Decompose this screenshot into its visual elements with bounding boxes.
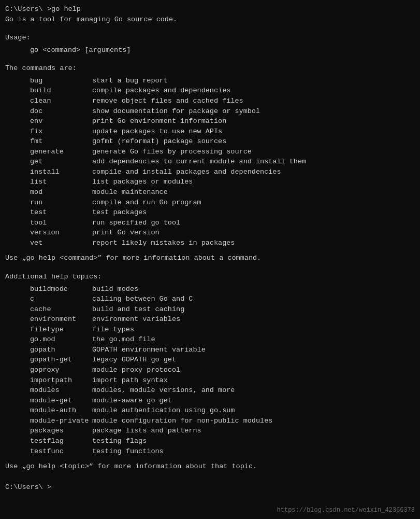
command-row: installcompile and install packages and … (30, 167, 306, 177)
prompt-bottom-line[interactable]: C:\Users\ > (5, 482, 415, 493)
prompt-top-line: C:\Users\ >go help (5, 4, 415, 15)
topic-row: environmentenvironment variables (30, 314, 272, 325)
command-description: generate Go files by processing source (92, 147, 306, 157)
topic-description: module proxy protocol (92, 365, 272, 375)
command-description: start a bug report (92, 76, 306, 86)
topic-description: testing functions (92, 446, 272, 457)
topic-name: gopath-get (30, 355, 92, 365)
topic-name: environment (30, 314, 92, 325)
topic-row: filetypefile types (30, 325, 272, 335)
topic-row: module-privatemodule configuration for n… (30, 416, 272, 426)
topic-row: gopathGOPATH environment variable (30, 345, 272, 355)
command-description: module maintenance (92, 187, 306, 198)
command-row: envprint Go environment information (30, 116, 306, 127)
intro-line: Go is a tool for managing Go source code… (5, 15, 415, 25)
topic-tip: Use „go help <topic>” for more informati… (5, 461, 415, 472)
command-name: run (30, 198, 92, 208)
command-row: modmodule maintenance (30, 187, 306, 198)
topic-description: import path syntax (92, 375, 272, 386)
topic-row: goproxymodule proxy protocol (30, 365, 272, 375)
command-row: buildcompile packages and dependencies (30, 86, 306, 96)
command-name: mod (30, 187, 92, 198)
topic-description: modules, module versions, and more (92, 385, 272, 396)
commands-header: The commands are: (5, 63, 415, 74)
usage-command: go <command> [arguments] (30, 45, 415, 55)
command-description: compile and run Go program (92, 198, 306, 208)
topic-name: testflag (30, 436, 92, 446)
topic-row: packagespackage lists and patterns (30, 426, 272, 436)
topic-row: testfunctesting functions (30, 446, 272, 457)
command-row: testtest packages (30, 207, 306, 218)
topic-name: c (30, 294, 92, 304)
command-name: vet (30, 238, 92, 248)
help-tip: Use „go help <command>” for more informa… (5, 253, 415, 263)
topics-table: buildmodebuild modesccalling between Go … (30, 284, 272, 457)
command-description: update packages to use new APIs (92, 127, 306, 137)
topic-description: build modes (92, 284, 272, 294)
command-row: bugstart a bug report (30, 76, 306, 86)
topic-row: cachebuild and test caching (30, 304, 272, 315)
command-description: list packages or modules (92, 177, 306, 187)
command-row: versionprint Go version (30, 228, 306, 238)
command-description: run specified go tool (92, 218, 306, 228)
usage-label: Usage: (5, 33, 415, 43)
topic-description: environment variables (92, 314, 272, 325)
command-row: getadd dependencies to current module an… (30, 157, 306, 167)
topic-description: module configuration for non-public modu… (92, 416, 272, 426)
command-description: print Go version (92, 228, 306, 238)
commands-table: bugstart a bug reportbuildcompile packag… (30, 76, 306, 248)
topic-name: module-auth (30, 405, 92, 416)
command-name: env (30, 116, 92, 127)
topic-description: the go.mod file (92, 334, 272, 345)
topic-name: importpath (30, 375, 92, 386)
topic-name: modules (30, 385, 92, 396)
command-name: generate (30, 147, 92, 157)
topic-description: build and test caching (92, 304, 272, 315)
command-row: generategenerate Go files by processing … (30, 147, 306, 157)
topic-name: filetype (30, 325, 92, 335)
command-description: add dependencies to current module and i… (92, 157, 306, 167)
command-row: fmtgofmt (reformat) package sources (30, 136, 306, 147)
command-name: fix (30, 127, 92, 137)
topic-description: testing flags (92, 436, 272, 446)
topic-name: testfunc (30, 446, 92, 457)
topic-name: gopath (30, 345, 92, 355)
command-row: toolrun specified go tool (30, 218, 306, 228)
command-description: test packages (92, 207, 306, 218)
topic-row: module-authmodule authentication using g… (30, 405, 272, 416)
topic-description: file types (92, 325, 272, 335)
topic-row: gopath-getlegacy GOPATH go get (30, 355, 272, 365)
command-name: doc (30, 106, 92, 117)
command-name: list (30, 177, 92, 187)
command-name: get (30, 157, 92, 167)
topic-name: packages (30, 426, 92, 436)
command-description: report likely mistakes in packages (92, 238, 306, 248)
topic-name: go.mod (30, 334, 92, 345)
topic-description: module authentication using go.sum (92, 405, 272, 416)
topic-name: cache (30, 304, 92, 315)
command-name: clean (30, 96, 92, 106)
topic-name: goproxy (30, 365, 92, 375)
command-name: install (30, 167, 92, 177)
topic-row: modulesmodules, module versions, and mor… (30, 385, 272, 396)
watermark: https://blog.csdn.net/weixin_42366378 (277, 506, 415, 515)
command-description: remove object files and cached files (92, 96, 306, 106)
topic-description: legacy GOPATH go get (92, 355, 272, 365)
command-row: runcompile and run Go program (30, 198, 306, 208)
topic-description: package lists and patterns (92, 426, 272, 436)
topic-name: module-get (30, 396, 92, 406)
command-row: fixupdate packages to use new APIs (30, 127, 306, 137)
command-description: compile packages and dependencies (92, 86, 306, 96)
command-description: print Go environment information (92, 116, 306, 127)
command-description: gofmt (reformat) package sources (92, 136, 306, 147)
command-name: tool (30, 218, 92, 228)
command-name: bug (30, 76, 92, 86)
command-description: compile and install packages and depende… (92, 167, 306, 177)
additional-header: Additional help topics: (5, 272, 415, 282)
command-description: show documentation for package or symbol (92, 106, 306, 117)
topic-row: buildmodebuild modes (30, 284, 272, 294)
topic-description: module-aware go get (92, 396, 272, 406)
topic-row: module-getmodule-aware go get (30, 396, 272, 406)
command-row: vetreport likely mistakes in packages (30, 238, 306, 248)
command-row: listlist packages or modules (30, 177, 306, 187)
